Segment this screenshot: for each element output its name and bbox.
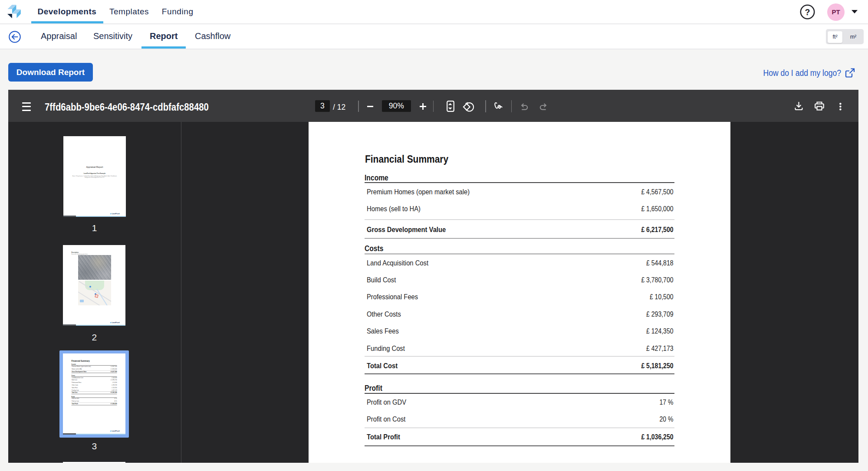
svg-text:?: ?	[805, 7, 810, 17]
